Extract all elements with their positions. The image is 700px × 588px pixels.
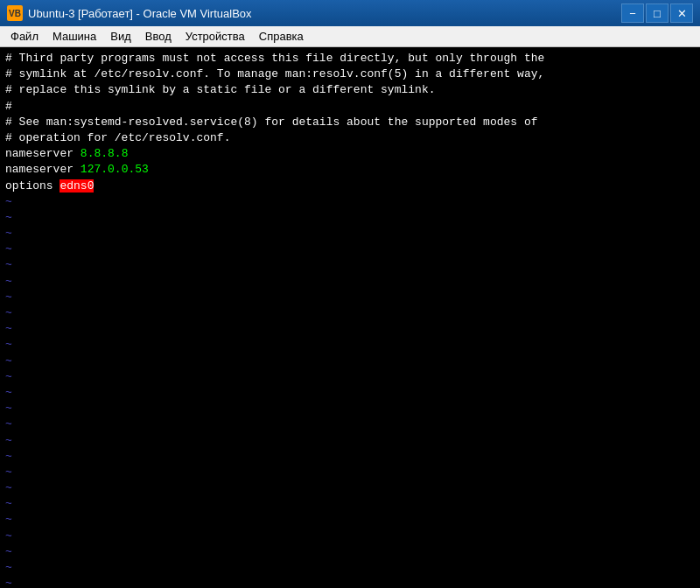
menubar: Файл Машина Вид Ввод Устройства Справка (0, 26, 700, 47)
menu-file[interactable]: Файл (4, 28, 46, 45)
terminal-line: ~ (5, 496, 695, 512)
titlebar: VB Ubuntu-3 [Работает] - Oracle VM Virtu… (0, 0, 700, 26)
terminal-line: ~ (5, 242, 695, 257)
terminal-line: ~ (5, 290, 695, 305)
terminal-line: ~ (5, 416, 695, 432)
terminal-line: ~ (5, 433, 695, 449)
app-icon: VB (7, 5, 23, 21)
menu-devices[interactable]: Устройства (178, 28, 252, 45)
terminal-line: ~ (5, 512, 695, 528)
terminal-line: ~ (5, 544, 695, 560)
terminal-line: options edns0 (5, 178, 695, 194)
terminal-line: # replace this symlink by a static file … (5, 82, 695, 98)
window-title: Ubuntu-3 [Работает] - Oracle VM VirtualB… (28, 7, 621, 20)
terminal-line: ~ (5, 354, 695, 369)
terminal-screen[interactable]: # Third party programs must not access t… (0, 47, 700, 588)
terminal-line: ~ (5, 226, 695, 242)
terminal-line: ~ (5, 369, 695, 385)
terminal-line: ~ (5, 528, 695, 544)
terminal-line: ~ (5, 257, 695, 273)
maximize-button[interactable]: □ (646, 4, 668, 23)
terminal-line: ~ (5, 401, 695, 416)
menu-input[interactable]: Ввод (138, 28, 178, 45)
menu-machine[interactable]: Машина (46, 28, 103, 45)
terminal-line: # operation for /etc/resolv.conf. (5, 130, 695, 146)
window-controls: − □ ✕ (621, 4, 693, 23)
terminal-line: ~ (5, 576, 695, 588)
minimize-button[interactable]: − (621, 4, 644, 23)
terminal-line: ~ (5, 385, 695, 401)
terminal-line: ~ (5, 274, 695, 290)
menu-help[interactable]: Справка (252, 28, 311, 45)
terminal-line: ~ (5, 337, 695, 353)
terminal-line: # See man:systemd-resolved.service(8) fo… (5, 115, 695, 130)
terminal-line: ~ (5, 194, 695, 210)
terminal-line: ~ (5, 560, 695, 576)
terminal-line: ~ (5, 305, 695, 321)
close-button[interactable]: ✕ (670, 4, 693, 23)
terminal-line: ~ (5, 321, 695, 337)
terminal-line: ~ (5, 449, 695, 465)
terminal-line: ~ (5, 210, 695, 226)
terminal-line: # (5, 99, 695, 115)
terminal-line: nameserver 127.0.0.53 (5, 162, 695, 178)
menu-view[interactable]: Вид (103, 28, 138, 45)
terminal-line: ~ (5, 480, 695, 496)
terminal-line: nameserver 8.8.8.8 (5, 146, 695, 162)
terminal-line: # Third party programs must not access t… (5, 51, 695, 66)
terminal-line: # symlink at /etc/resolv.conf. To manage… (5, 66, 695, 82)
terminal-line: ~ (5, 465, 695, 480)
